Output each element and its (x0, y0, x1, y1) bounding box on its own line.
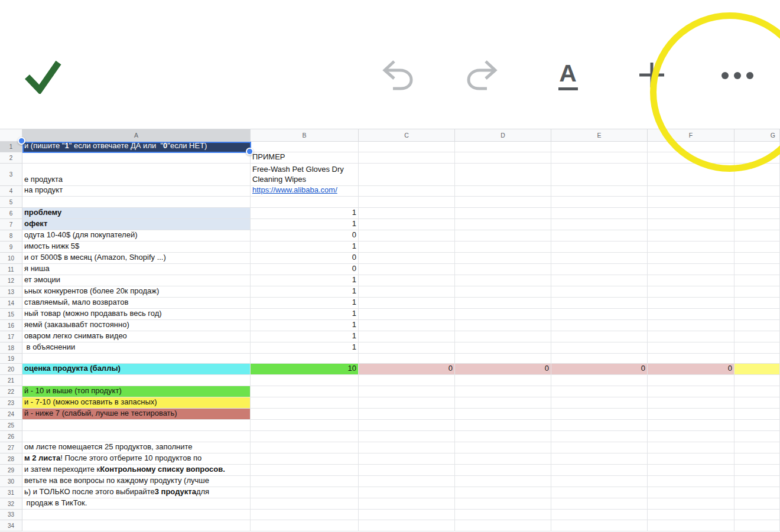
col-header-D[interactable]: D (455, 129, 551, 142)
row-header-26[interactable]: 26 (0, 431, 22, 442)
cell-A4[interactable]: на продукт (22, 186, 251, 197)
cell-E34[interactable] (551, 520, 648, 531)
cell-E30[interactable] (551, 476, 648, 487)
row-header-13[interactable]: 13 (0, 286, 22, 298)
row-header-2[interactable]: 2 (0, 152, 22, 164)
cell-B17[interactable]: 1 (251, 331, 359, 342)
cell-G14[interactable] (734, 298, 780, 309)
row-header-27[interactable]: 27 (0, 442, 22, 453)
cell-F27[interactable] (648, 442, 734, 453)
row-header-31[interactable]: 31 (0, 487, 22, 498)
cell-F14[interactable] (648, 298, 734, 309)
cell-A11[interactable]: я ниша (22, 264, 251, 275)
cell-F20[interactable]: 0 (648, 364, 734, 375)
col-header-G[interactable]: G (734, 129, 780, 142)
cell-A7[interactable]: офект (22, 219, 251, 230)
cell-G2[interactable] (734, 152, 780, 164)
cell-E31[interactable] (551, 487, 648, 498)
cell-B16[interactable]: 1 (251, 320, 359, 331)
cell-E4[interactable] (551, 186, 648, 197)
cell-D29[interactable] (455, 465, 551, 476)
cell-B14[interactable]: 1 (251, 298, 359, 309)
col-header-A[interactable]: A (22, 129, 251, 142)
cell-D14[interactable] (455, 298, 551, 309)
row-header-17[interactable]: 17 (0, 331, 22, 342)
cell-G9[interactable] (734, 241, 780, 253)
cell-G7[interactable] (734, 219, 780, 230)
cell-E22[interactable] (551, 386, 648, 397)
row-header-28[interactable]: 28 (0, 453, 22, 465)
cell-B13[interactable]: 1 (251, 286, 359, 298)
cell-D7[interactable] (455, 219, 551, 230)
cell-F10[interactable] (648, 253, 734, 264)
cell-F11[interactable] (648, 264, 734, 275)
row-header-5[interactable]: 5 (0, 197, 22, 208)
cell-B7[interactable]: 1 (251, 219, 359, 230)
cell-F15[interactable] (648, 309, 734, 320)
cell-G28[interactable] (734, 453, 780, 465)
cell-E19[interactable] (551, 354, 648, 364)
cell-D31[interactable] (455, 487, 551, 498)
cell-E21[interactable] (551, 375, 648, 386)
cell-C24[interactable] (359, 409, 455, 420)
cell-A23[interactable]: и - 7-10 (можно оставить в запасных) (22, 397, 251, 409)
cell-G29[interactable] (734, 465, 780, 476)
cell-F17[interactable] (648, 331, 734, 342)
cell-D6[interactable] (455, 208, 551, 219)
cell-C22[interactable] (359, 386, 455, 397)
cell-B23[interactable] (251, 397, 359, 409)
row-header-22[interactable]: 22 (0, 386, 22, 397)
row-header-19[interactable]: 19 (0, 354, 22, 364)
cell-E14[interactable] (551, 298, 648, 309)
row-header-24[interactable]: 24 (0, 409, 22, 420)
cell-E3[interactable] (551, 164, 648, 186)
row-header-3[interactable]: 3 (0, 164, 22, 186)
cell-D22[interactable] (455, 386, 551, 397)
cell-C30[interactable] (359, 476, 455, 487)
cell-G20[interactable] (734, 364, 780, 375)
col-header-C[interactable]: C (359, 129, 455, 142)
col-header-F[interactable]: F (648, 129, 734, 142)
cell-G1[interactable] (734, 142, 780, 152)
cell-D19[interactable] (455, 354, 551, 364)
cell-B28[interactable] (251, 453, 359, 465)
cell-C11[interactable] (359, 264, 455, 275)
cell-B21[interactable] (251, 375, 359, 386)
cell-D13[interactable] (455, 286, 551, 298)
cell-E24[interactable] (551, 409, 648, 420)
cell-C5[interactable] (359, 197, 455, 208)
cell-B3[interactable]: Free-Wash Pet Gloves Dry Cleaning Wipes (251, 164, 359, 186)
cell-F19[interactable] (648, 354, 734, 364)
cell-C28[interactable] (359, 453, 455, 465)
cell-D21[interactable] (455, 375, 551, 386)
row-header-25[interactable]: 25 (0, 420, 22, 431)
cell-C27[interactable] (359, 442, 455, 453)
cell-E15[interactable] (551, 309, 648, 320)
cell-D28[interactable] (455, 453, 551, 465)
cell-B1[interactable] (251, 142, 359, 152)
cell-B25[interactable] (251, 420, 359, 431)
cell-D24[interactable] (455, 409, 551, 420)
cell-G23[interactable] (734, 397, 780, 409)
cell-G26[interactable] (734, 431, 780, 442)
cell-C6[interactable] (359, 208, 455, 219)
cell-E9[interactable] (551, 241, 648, 253)
row-header-15[interactable]: 15 (0, 309, 22, 320)
cell-E32[interactable] (551, 498, 648, 510)
cell-C23[interactable] (359, 397, 455, 409)
cell-C10[interactable] (359, 253, 455, 264)
cell-D3[interactable] (455, 164, 551, 186)
col-header-E[interactable]: E (551, 129, 648, 142)
cell-F7[interactable] (648, 219, 734, 230)
cell-A10[interactable]: и от 5000$ в месяц (Amazon, Shopify ...) (22, 253, 251, 264)
cell-A31[interactable]: ь) и ТОЛЬКО после этого выбирайте 3 прод… (22, 487, 251, 498)
cell-G27[interactable] (734, 442, 780, 453)
cell-A15[interactable]: ный товар (можно продавать весь год) (22, 309, 251, 320)
redo-button[interactable] (465, 59, 499, 92)
cell-A33[interactable] (22, 510, 251, 520)
cell-B33[interactable] (251, 510, 359, 520)
cell-B29[interactable] (251, 465, 359, 476)
cell-A20[interactable]: оценка продукта (баллы) (22, 364, 251, 375)
cell-E16[interactable] (551, 320, 648, 331)
cell-A8[interactable]: одута 10-40$ (для покупателей) (22, 230, 251, 241)
